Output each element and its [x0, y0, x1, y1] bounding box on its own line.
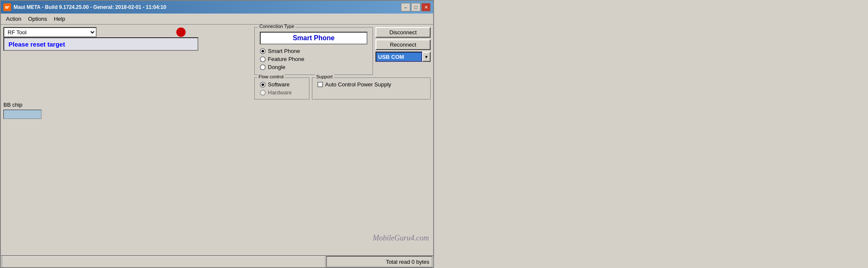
bb-chip-value [3, 110, 42, 119]
usb-com-row: USB COM ▼ [376, 52, 431, 62]
bb-chip-section: BB chip [3, 102, 252, 119]
menu-action[interactable]: Action [3, 14, 25, 23]
connection-type-label: Connection Type [258, 25, 295, 29]
auto-control-checkbox[interactable] [317, 82, 323, 87]
radio-software[interactable]: Software [260, 81, 304, 88]
flow-control-label: Flow control [257, 74, 285, 79]
menu-options[interactable]: Options [25, 14, 50, 23]
menu-help[interactable]: Help [50, 14, 69, 23]
bb-chip-label: BB chip [3, 102, 252, 108]
upper-right: Connection Type Smart Phone Smart Phone [254, 27, 431, 75]
flow-control-radios: Software Hardware [260, 81, 304, 96]
reconnect-button[interactable]: Reconnect [376, 39, 431, 50]
usb-com-display: USB COM [376, 52, 422, 62]
connection-type-group: Connection Type Smart Phone Smart Phone [254, 27, 373, 75]
radio-software-btn[interactable] [260, 82, 266, 88]
status-right: Total read 0 bytes [326, 256, 432, 267]
window-controls: – □ ✕ [401, 3, 431, 11]
connection-type-radios: Smart Phone Feature Phone Dongle [260, 48, 367, 70]
radio-dongle[interactable]: Dongle [260, 64, 367, 70]
radio-featurephone-btn[interactable] [260, 56, 266, 62]
svg-rect-1 [5, 6, 9, 7]
usb-com-dropdown-btn[interactable]: ▼ [422, 52, 431, 62]
radio-hardware-btn[interactable] [260, 90, 266, 96]
radio-smartphone[interactable]: Smart Phone [260, 48, 367, 54]
minimize-button[interactable]: – [401, 3, 410, 11]
reset-target-text: Please reset target [8, 41, 65, 48]
app-icon [3, 3, 11, 11]
disconnect-button[interactable]: Disconnect [376, 27, 431, 38]
radio-featurephone[interactable]: Feature Phone [260, 56, 367, 62]
toolbar-row: RF Tool [3, 27, 252, 37]
support-group: Support Auto Control Power Supply [312, 77, 431, 99]
radio-smartphone-btn[interactable] [260, 48, 266, 54]
flow-control-group: Flow control Software Hardware [254, 77, 309, 99]
radio-hardware[interactable]: Hardware [260, 89, 304, 96]
title-bar: Maui META - Build 9.1724.25.00 - General… [1, 1, 433, 14]
main-content: RF Tool Please reset target BB chip [1, 25, 433, 255]
maximize-button[interactable]: □ [411, 3, 420, 11]
close-button[interactable]: ✕ [421, 3, 431, 11]
tool-dropdown[interactable]: RF Tool [3, 27, 97, 37]
menu-bar: Action Options Help [1, 14, 433, 25]
radio-dongle-btn[interactable] [260, 64, 266, 70]
left-panel: RF Tool Please reset target BB chip [3, 27, 252, 253]
right-area: Connection Type Smart Phone Smart Phone [254, 27, 431, 253]
main-window: Maui META - Build 9.1724.25.00 - General… [0, 0, 434, 268]
auto-control-item[interactable]: Auto Control Power Supply [317, 81, 425, 88]
status-left [2, 256, 326, 267]
connection-type-display: Smart Phone [260, 32, 367, 44]
svg-rect-2 [5, 8, 8, 8]
right-buttons: Disconnect Reconnect USB COM ▼ [376, 27, 431, 75]
title-bar-text: Maui META - Build 9.1724.25.00 - General… [14, 4, 401, 10]
support-label: Support [315, 74, 334, 79]
reset-target-box: Please reset target [3, 37, 198, 51]
lower-right: Flow control Software Hardware [254, 77, 431, 99]
status-bar: Total read 0 bytes [1, 255, 433, 267]
status-indicator [176, 28, 186, 37]
